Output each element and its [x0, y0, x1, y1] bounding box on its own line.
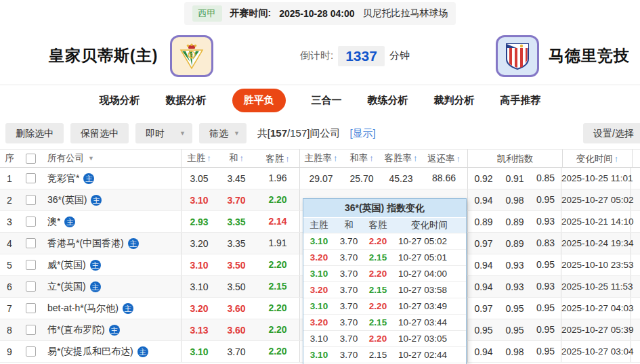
change-time: 2025-10-27 04:03	[561, 298, 631, 319]
draw-odds[interactable]: 3.50	[217, 281, 256, 292]
sort-asc-icon: ↑	[614, 154, 619, 164]
col-home-label: 主胜	[187, 153, 205, 163]
popup-draw-odds: 3.70	[335, 301, 363, 311]
away-odds[interactable]: 2.20	[256, 319, 300, 340]
company-name: 伟*(直布罗陀)	[47, 324, 105, 336]
away-odds[interactable]: 2.14	[256, 211, 300, 232]
home-odds[interactable]: 3.20	[182, 303, 217, 314]
row-checkbox[interactable]	[26, 217, 36, 227]
away-odds[interactable]: 2.20	[256, 298, 300, 319]
home-odds[interactable]: 3.10	[182, 281, 217, 292]
tab-live-analysis[interactable]: 现场分析	[100, 94, 140, 107]
popup-home-odds: 3.10	[303, 350, 335, 360]
col-payout-sort[interactable]: 返还率↑	[421, 150, 468, 167]
draw-odds[interactable]: 3.60	[217, 325, 256, 336]
kelly-1: 0.94	[468, 346, 499, 357]
filter-dropdown[interactable]: 筛选 ▼	[199, 123, 247, 143]
home-rate: 29.07	[300, 173, 342, 184]
home-odds[interactable]: 2.93	[182, 217, 217, 227]
company-cell[interactable]: 伟*(直布罗陀)主	[42, 319, 182, 340]
popup-change-time: 10-27 05:01	[393, 252, 466, 263]
col-time-sort[interactable]: 变化时间↑	[563, 150, 633, 167]
settings-select-button[interactable]: 设置/选择	[583, 123, 640, 143]
col-away-rate-sort[interactable]: 客胜率↑	[381, 152, 421, 164]
tab-win-draw-lose[interactable]: 胜平负	[232, 89, 286, 112]
row-checkbox[interactable]	[26, 303, 36, 313]
show-link[interactable]: [显示]	[349, 127, 375, 140]
away-odds[interactable]: 2.20	[256, 254, 300, 275]
draw-odds[interactable]: 3.35	[217, 238, 256, 249]
row-checkbox[interactable]	[26, 195, 36, 205]
away-odds[interactable]: 2.20	[256, 341, 300, 362]
popup-draw-odds: 3.70	[335, 350, 363, 360]
company-name: 澳*	[47, 216, 60, 228]
col-time-label: 变化时间	[576, 154, 613, 164]
popup-away-odds: 2.15	[363, 350, 393, 360]
row-seq: 3	[0, 217, 19, 227]
home-odds[interactable]: 3.20	[182, 238, 217, 249]
company-cell[interactable]: 威*(英国)主	[42, 254, 182, 275]
countdown: 倒计时: 1337 分钟	[300, 27, 410, 85]
col-home-rate-sort[interactable]: 主胜率↑	[300, 152, 342, 164]
delete-selected-button[interactable]: 删除选中	[5, 123, 64, 143]
company-cell[interactable]: 竞彩官*主	[42, 168, 182, 189]
home-odds[interactable]: 3.13	[182, 325, 217, 336]
away-odds[interactable]: 1.91	[256, 233, 300, 254]
col-draw-sort[interactable]: 和↑	[217, 152, 256, 164]
home-odds[interactable]: 3.05	[182, 173, 217, 184]
popup-row: 3.103.702.2010-27 04:00	[303, 265, 466, 281]
tab-data-analysis[interactable]: 数据分析	[166, 94, 207, 107]
draw-odds[interactable]: 3.45	[217, 173, 256, 184]
keep-selected-button[interactable]: 保留选中	[70, 123, 129, 143]
company-cell[interactable]: 立*(英国)主	[42, 276, 182, 297]
time-filter-dropdown[interactable]: 即时 ▼	[135, 123, 192, 143]
company-cell[interactable]: 36*(英国)主	[42, 189, 182, 210]
popup-title: 36*(英国) 指数变化	[303, 199, 466, 217]
draw-odds[interactable]: 3.50	[217, 260, 256, 271]
popup-change-time: 10-27 03:05	[393, 334, 466, 344]
away-odds[interactable]: 1.96	[256, 168, 300, 189]
row-checkbox[interactable]	[26, 173, 36, 183]
tab-expert-picks[interactable]: 高手推荐	[500, 94, 541, 107]
tab-three-in-one[interactable]: 三合一	[312, 94, 342, 107]
draw-odds[interactable]: 3.70	[217, 195, 256, 206]
row-checkbox[interactable]	[26, 346, 36, 357]
col-away-sort[interactable]: 客胜↑	[256, 150, 300, 167]
home-odds[interactable]: 3.10	[182, 346, 217, 357]
draw-odds[interactable]: 3.60	[217, 303, 256, 314]
col-company-sort[interactable]: 所有公司 ▼	[42, 150, 182, 167]
popup-draw-odds: 3.70	[335, 334, 363, 344]
popup-home-odds: 3.10	[303, 301, 335, 311]
draw-odds[interactable]: 3.35	[217, 217, 256, 227]
select-all-checkbox[interactable]	[26, 154, 36, 164]
row-checkbox[interactable]	[26, 260, 36, 270]
away-odds[interactable]: 2.20	[256, 189, 300, 210]
tab-coach-analysis[interactable]: 教练分析	[368, 94, 408, 107]
row-checkbox[interactable]	[26, 325, 36, 335]
kelly-3: 0.93	[530, 276, 561, 297]
draw-odds[interactable]: 3.70	[217, 346, 256, 357]
away-odds[interactable]: 2.15	[256, 276, 300, 297]
row-checkbox[interactable]	[26, 238, 36, 248]
row-checkbox-cell	[19, 346, 42, 357]
row-checkbox[interactable]	[26, 281, 36, 292]
tab-referee-analysis[interactable]: 裁判分析	[434, 94, 475, 107]
company-cell[interactable]: 易*(安提瓜和巴布达)主	[42, 341, 182, 362]
popup-change-time: 10-27 03:44	[393, 317, 466, 327]
filter-value: 筛选	[209, 123, 228, 143]
col-home-sort[interactable]: 主胜↑	[182, 152, 217, 164]
home-odds[interactable]: 3.10	[182, 195, 217, 206]
change-time: 2025-10-25 11:01	[561, 168, 631, 189]
row-checkbox-cell	[19, 281, 42, 292]
col-payout-label: 返还率	[427, 154, 455, 164]
popup-away-odds: 2.20	[363, 269, 393, 279]
sort-asc-icon: ↑	[285, 154, 290, 164]
away-team-group: 马德里竞技	[496, 27, 630, 85]
company-cell[interactable]: 香港马*(中国香港)主	[42, 233, 182, 254]
home-odds[interactable]: 3.10	[182, 260, 217, 271]
kelly-1: 0.89	[468, 217, 499, 227]
col-draw-rate-sort[interactable]: 和率↑	[342, 152, 381, 164]
company-cell[interactable]: 澳*主	[42, 211, 182, 232]
row-checkbox-cell	[19, 195, 42, 205]
company-cell[interactable]: bet-at-h*(马尔他)主	[42, 298, 182, 319]
